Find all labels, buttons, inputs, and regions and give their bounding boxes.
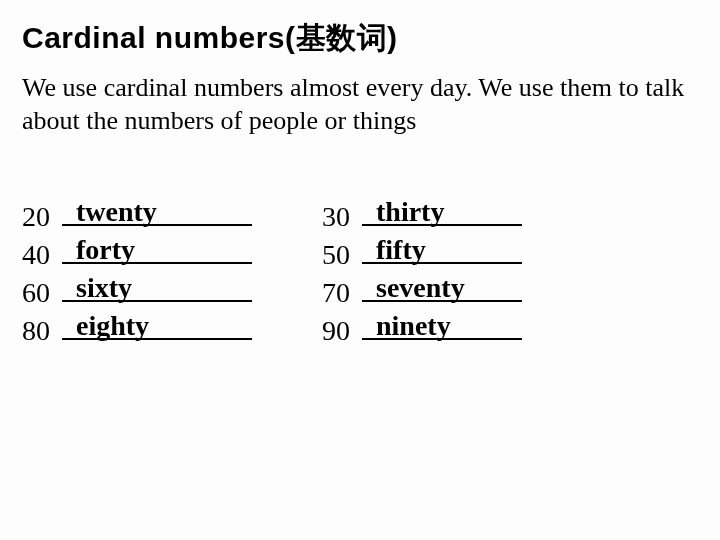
number-50: 50	[322, 236, 362, 274]
number-30: 30	[322, 198, 362, 236]
list-item: 50 fifty	[322, 234, 602, 272]
word-fifty: fifty	[376, 231, 426, 269]
number-90: 90	[322, 312, 362, 350]
blank-line: thirty	[362, 196, 522, 226]
word-sixty: sixty	[76, 269, 132, 307]
word-seventy: seventy	[376, 269, 465, 307]
word-thirty: thirty	[376, 193, 444, 231]
blank-line: fifty	[362, 234, 522, 264]
blank-line: forty	[62, 234, 252, 264]
number-70: 70	[322, 274, 362, 312]
intro-text: We use cardinal numbers almost every day…	[22, 71, 698, 138]
list-item: 70 seventy	[322, 272, 602, 310]
page-title: Cardinal numbers(基数词)	[22, 18, 698, 59]
right-column: 30 thirty 50 fifty 70 seventy 90	[322, 196, 602, 348]
word-forty: forty	[76, 231, 135, 269]
list-item: 60 sixty	[22, 272, 322, 310]
list-item: 20 twenty	[22, 196, 322, 234]
list-item: 90 ninety	[322, 310, 602, 348]
blank-line: seventy	[362, 272, 522, 302]
blank-line: eighty	[62, 310, 252, 340]
number-40: 40	[22, 236, 62, 274]
left-column: 20 twenty 40 forty 60 sixty 80	[22, 196, 322, 348]
blank-line: twenty	[62, 196, 252, 226]
blank-line: ninety	[362, 310, 522, 340]
number-80: 80	[22, 312, 62, 350]
word-twenty: twenty	[76, 193, 157, 231]
list-item: 30 thirty	[322, 196, 602, 234]
blank-line: sixty	[62, 272, 252, 302]
number-60: 60	[22, 274, 62, 312]
number-columns: 20 twenty 40 forty 60 sixty 80	[22, 196, 698, 348]
number-20: 20	[22, 198, 62, 236]
word-ninety: ninety	[376, 307, 451, 345]
list-item: 40 forty	[22, 234, 322, 272]
list-item: 80 eighty	[22, 310, 322, 348]
word-eighty: eighty	[76, 307, 149, 345]
